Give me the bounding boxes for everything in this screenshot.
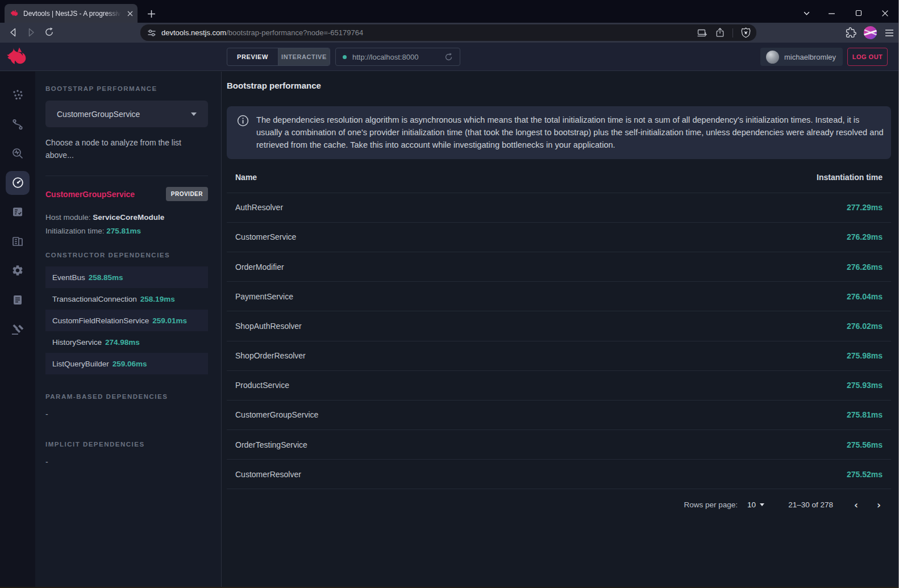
- browser-menu-icon[interactable]: [884, 28, 894, 37]
- url-text: devtools.nestjs.com/bootstrap-performanc…: [161, 28, 363, 37]
- selected-node-name: CustomerGroupService: [45, 190, 135, 199]
- table-header-row: Name Instantiation time: [227, 162, 891, 192]
- panel-title: BOOTSTRAP PERFORMANCE: [45, 85, 208, 92]
- share-icon[interactable]: [715, 28, 725, 37]
- info-box: The dependencies resolution algorithm is…: [227, 106, 891, 159]
- sidebar-item-logs[interactable]: [6, 288, 30, 312]
- sidebar-item-inspect[interactable]: [6, 141, 30, 165]
- sidebar-item-graph[interactable]: [6, 83, 30, 107]
- interactive-button[interactable]: INTERACTIVE: [278, 48, 330, 65]
- tab-title: Devtools | NestJS - A progressive: [23, 10, 121, 18]
- rows-per-page-caret-icon[interactable]: [760, 503, 764, 506]
- nestjs-favicon: [10, 9, 19, 18]
- tab-search-chevron-icon[interactable]: [800, 7, 813, 19]
- left-panel: BOOTSTRAP PERFORMANCE CustomerGroupServi…: [35, 72, 222, 588]
- pagination-bar: Rows per page: 10 21–30 of 278 ‹ ›: [227, 489, 891, 520]
- table-row[interactable]: ProductService275.93ms: [227, 370, 891, 400]
- nestjs-logo: [6, 46, 28, 68]
- constructor-deps-title: CONSTRUCTOR DEPENDENCIES: [45, 252, 208, 258]
- table-row[interactable]: OrderTestingService275.56ms: [227, 429, 891, 459]
- node-select-value: CustomerGroupService: [57, 110, 140, 119]
- app-refresh-icon[interactable]: [444, 53, 453, 61]
- user-name: michaelbromley: [784, 53, 836, 61]
- forward-button[interactable]: [26, 27, 36, 37]
- sidebar-item-tools[interactable]: [6, 317, 30, 341]
- param-deps-title: PARAM-BASED DEPENDENCIES: [45, 393, 208, 400]
- toolbar-separator: [732, 28, 733, 37]
- select-caret-icon: [191, 112, 197, 116]
- dependency-row[interactable]: EventBus258.85ms: [45, 266, 208, 288]
- param-deps-empty: -: [45, 410, 208, 419]
- rows-per-page-value[interactable]: 10: [747, 501, 756, 509]
- name-column-header: Name: [235, 173, 257, 182]
- rows-per-page-label: Rows per page:: [684, 501, 738, 509]
- table-row[interactable]: CustomerService276.29ms: [227, 222, 891, 252]
- app-header: PREVIEW INTERACTIVE http://localhost:800…: [0, 43, 899, 71]
- table-row[interactable]: ShopAuthResolver276.02ms: [227, 311, 891, 340]
- init-time-line: Initialization time: 275.81ms: [45, 227, 208, 235]
- dependency-row[interactable]: ListQueryBuilder259.06ms: [45, 353, 208, 374]
- window-close-button[interactable]: [879, 7, 891, 19]
- page-title: Bootstrap performance: [227, 81, 891, 90]
- address-bar[interactable]: devtools.nestjs.com/bootstrap-performanc…: [140, 24, 756, 41]
- table-row[interactable]: OrderModifier276.26ms: [227, 252, 891, 281]
- next-page-button[interactable]: ›: [877, 499, 881, 511]
- node-select[interactable]: CustomerGroupService: [45, 101, 208, 127]
- app-url: http://localhost:8000: [352, 53, 418, 61]
- pagination-range: 21–30 of 278: [788, 501, 833, 509]
- table-row[interactable]: CustomerResolver275.52ms: [227, 459, 891, 489]
- table-row[interactable]: PaymentService276.04ms: [227, 281, 891, 311]
- sidebar-item-bootstrap-performance[interactable]: [6, 171, 30, 195]
- dependency-row[interactable]: CustomFieldRelationService259.01ms: [45, 310, 208, 331]
- constructor-deps-list: EventBus258.85msTransactionalConnection2…: [45, 266, 208, 374]
- extensions-icon[interactable]: [846, 27, 856, 38]
- time-column-header: Instantiation time: [817, 173, 883, 182]
- dependency-row[interactable]: TransactionalConnection258.19ms: [45, 288, 208, 310]
- table-row[interactable]: AuthResolver277.29ms: [227, 193, 891, 222]
- window-title-bar: Devtools | NestJS - A progressive: [0, 0, 899, 23]
- back-button[interactable]: [8, 27, 18, 37]
- sidebar-item-settings[interactable]: [6, 258, 30, 282]
- app-url-box[interactable]: http://localhost:8000: [335, 48, 460, 66]
- view-mode-toggle: PREVIEW INTERACTIVE: [227, 48, 330, 66]
- previous-page-button[interactable]: ‹: [854, 499, 858, 511]
- reload-button[interactable]: [44, 27, 55, 37]
- window-maximize-button[interactable]: [852, 7, 865, 19]
- new-tab-button[interactable]: [144, 7, 158, 20]
- user-avatar: [766, 51, 779, 64]
- user-chip[interactable]: michaelbromley: [760, 48, 843, 66]
- table-row[interactable]: ShopOrderResolver275.98ms: [227, 341, 891, 370]
- browser-tab[interactable]: Devtools | NestJS - A progressive: [5, 4, 138, 23]
- host-module-line: Host module: ServiceCoreModule: [45, 213, 208, 222]
- panel-hint: Choose a node to analyze from the list a…: [45, 137, 188, 161]
- send-to-device-icon[interactable]: [697, 28, 707, 37]
- connection-status-dot: [343, 55, 347, 59]
- dependency-row[interactable]: HistoryService274.98ms: [45, 331, 208, 353]
- implicit-deps-title: IMPLICIT DEPENDENCIES: [45, 441, 208, 448]
- sidebar-item-audit[interactable]: [6, 200, 30, 224]
- sidebar-item-routes[interactable]: [6, 112, 30, 136]
- window-minimize-button[interactable]: [825, 7, 838, 19]
- panel-divider: [45, 176, 208, 176]
- browser-profile-avatar[interactable]: [864, 26, 877, 39]
- site-settings-icon[interactable]: [147, 28, 156, 37]
- provider-badge: PROVIDER: [166, 187, 208, 201]
- tab-close-icon[interactable]: [127, 11, 133, 16]
- implicit-deps-empty: -: [45, 457, 208, 466]
- brave-shields-icon[interactable]: [741, 27, 751, 38]
- main-content: Bootstrap performance The dependencies r…: [222, 72, 899, 588]
- performance-table: Name Instantiation time AuthResolver277.…: [227, 162, 891, 489]
- info-icon: [237, 114, 256, 151]
- logout-button[interactable]: LOG OUT: [847, 48, 888, 66]
- icon-sidebar: [0, 72, 35, 588]
- preview-button[interactable]: PREVIEW: [227, 48, 278, 65]
- sidebar-item-modules[interactable]: [6, 230, 30, 253]
- info-text: The dependencies resolution algorithm is…: [256, 114, 884, 151]
- table-row[interactable]: CustomerGroupService275.81ms: [227, 400, 891, 429]
